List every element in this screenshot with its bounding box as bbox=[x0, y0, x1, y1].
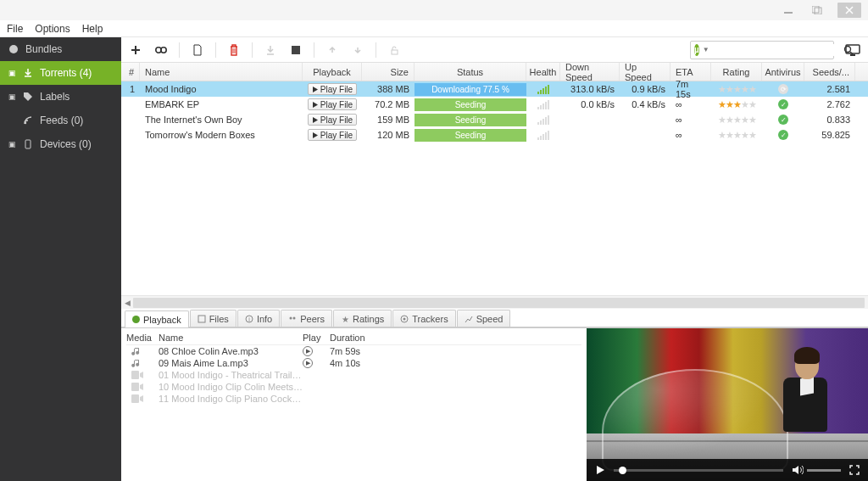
torrent-row[interactable]: The Internet's Own BoyPlay File159 MBSee… bbox=[121, 112, 868, 127]
col-file-play[interactable]: Play bbox=[303, 333, 330, 343]
tab-playback[interactable]: Playback bbox=[125, 310, 189, 327]
play-file-button[interactable]: Play File bbox=[308, 83, 357, 95]
col-health[interactable]: Health bbox=[526, 63, 560, 81]
tab-trackers[interactable]: Trackers bbox=[392, 310, 455, 327]
tab-speed[interactable]: Speed bbox=[457, 310, 511, 327]
file-play-button[interactable]: ▶ bbox=[303, 346, 313, 356]
cell-eta: ∞ bbox=[670, 127, 711, 143]
torrent-row[interactable]: Tomorrow's Modern BoxesPlay File120 MBSe… bbox=[121, 127, 868, 143]
cell-size: 120 MB bbox=[362, 127, 415, 143]
file-row[interactable]: 11 Mood Indigo Clip Piano Cocktails.... bbox=[126, 393, 581, 405]
col-media[interactable]: Media bbox=[126, 333, 159, 343]
move-down-button[interactable] bbox=[350, 42, 365, 58]
tab-files[interactable]: Files bbox=[190, 310, 236, 327]
menu-file[interactable]: File bbox=[7, 23, 23, 35]
col-file-name[interactable]: Name bbox=[159, 333, 303, 343]
svg-rect-16 bbox=[198, 316, 205, 322]
menu-help[interactable]: Help bbox=[82, 23, 103, 35]
cell-down bbox=[560, 112, 620, 127]
col-playback[interactable]: Playback bbox=[303, 63, 362, 81]
device-icon bbox=[23, 139, 33, 149]
col-up[interactable]: Up Speed bbox=[620, 63, 670, 81]
sidebar-item-label: Labels bbox=[40, 91, 70, 103]
cell-playback: Play File bbox=[303, 97, 362, 112]
cell-up: 0.9 kB/s bbox=[620, 81, 670, 97]
col-num[interactable]: # bbox=[121, 63, 140, 81]
unlock-button[interactable] bbox=[387, 42, 402, 58]
search-input[interactable] bbox=[713, 44, 840, 56]
rss-icon bbox=[23, 115, 33, 126]
svg-rect-10 bbox=[292, 46, 300, 54]
stop-button[interactable] bbox=[288, 42, 303, 58]
video-progress-bar[interactable] bbox=[614, 469, 783, 472]
add-url-button[interactable] bbox=[153, 42, 169, 58]
search-box[interactable]: µ ▼ bbox=[690, 41, 834, 59]
files-icon bbox=[198, 315, 206, 323]
video-volume[interactable] bbox=[792, 465, 841, 475]
tab-info[interactable]: iInfo bbox=[237, 310, 280, 327]
remote-button[interactable] bbox=[844, 42, 861, 59]
create-torrent-button[interactable] bbox=[190, 42, 205, 58]
tab-ratings[interactable]: ★Ratings bbox=[333, 310, 392, 327]
cell-name: EMBARK EP bbox=[140, 97, 303, 112]
move-up-button[interactable] bbox=[325, 42, 340, 58]
torrent-row[interactable]: EMBARK EPPlay File70.2 MBSeeding0.0 kB/s… bbox=[121, 97, 868, 112]
scroll-left-icon[interactable]: ◀ bbox=[121, 299, 133, 307]
cell-status: Seeding bbox=[415, 127, 526, 143]
window-minimize-button[interactable] bbox=[780, 3, 797, 17]
play-file-button[interactable]: Play File bbox=[308, 114, 357, 126]
svg-rect-0 bbox=[784, 12, 793, 14]
sidebar: Bundles ▣ Torrents (4) ▣ Labels Feeds (0… bbox=[0, 37, 121, 481]
col-down[interactable]: Down Speed bbox=[560, 63, 620, 81]
play-file-button[interactable]: Play File bbox=[308, 129, 357, 141]
sidebar-item-bundles[interactable]: Bundles bbox=[0, 37, 121, 61]
col-seeds[interactable]: Seeds/... bbox=[804, 63, 855, 81]
scroll-track[interactable] bbox=[133, 298, 865, 308]
sidebar-item-labels[interactable]: ▣ Labels bbox=[0, 85, 121, 109]
remove-button[interactable] bbox=[226, 42, 242, 58]
sidebar-item-feeds[interactable]: Feeds (0) bbox=[0, 109, 121, 132]
video-frame[interactable] bbox=[587, 328, 868, 481]
start-button[interactable] bbox=[263, 42, 278, 58]
bundles-icon bbox=[8, 44, 19, 54]
window-maximize-button[interactable] bbox=[809, 3, 826, 17]
cell-health bbox=[526, 97, 560, 112]
file-row[interactable]: 09 Mais Aime La.mp3▶4m 10s bbox=[126, 357, 581, 369]
video-play-button[interactable] bbox=[595, 465, 605, 475]
file-row[interactable]: 08 Chloe Colin Ave.mp3▶7m 59s bbox=[126, 345, 581, 357]
col-rating[interactable]: Rating bbox=[711, 63, 762, 81]
menu-options[interactable]: Options bbox=[35, 23, 70, 35]
window-titlebar bbox=[0, 0, 868, 20]
file-play-button[interactable]: ▶ bbox=[303, 358, 313, 368]
detail-pane: Media Name Play Duration 08 Chloe Colin … bbox=[121, 327, 868, 481]
col-eta[interactable]: ETA bbox=[670, 63, 711, 81]
torrent-row[interactable]: 1Mood IndigoPlay File388 MBDownloading 7… bbox=[121, 81, 868, 97]
video-fullscreen-button[interactable] bbox=[849, 465, 860, 475]
cell-rating: ★★★★★ bbox=[711, 97, 762, 112]
tab-peers[interactable]: Peers bbox=[281, 310, 332, 327]
window-close-button[interactable] bbox=[837, 3, 861, 18]
col-name[interactable]: Name bbox=[140, 63, 303, 81]
cell-seeds: 0.833 bbox=[804, 112, 855, 127]
sidebar-item-torrents[interactable]: ▣ Torrents (4) bbox=[0, 61, 121, 85]
add-torrent-button[interactable] bbox=[128, 42, 143, 58]
cell-antivirus: ✓ bbox=[762, 97, 804, 112]
file-row[interactable]: 10 Mood Indigo Clip Colin Meets Chl... bbox=[126, 381, 581, 393]
col-duration[interactable]: Duration bbox=[330, 333, 398, 343]
play-file-button[interactable]: Play File bbox=[308, 98, 357, 110]
svg-rect-25 bbox=[131, 383, 139, 391]
sidebar-item-devices[interactable]: ▣ Devices (0) bbox=[0, 132, 121, 156]
svg-rect-11 bbox=[392, 50, 398, 54]
col-status[interactable]: Status bbox=[415, 63, 526, 81]
download-icon bbox=[23, 68, 33, 78]
detail-tabs: Playback Files iInfo Peers ★Ratings Trac… bbox=[121, 309, 868, 327]
tag-icon bbox=[23, 92, 33, 102]
file-row[interactable]: 01 Mood Indigo - Theatrical Trailer.m... bbox=[126, 369, 581, 381]
cell-size: 388 MB bbox=[362, 81, 415, 97]
chevron-down-icon[interactable]: ▼ bbox=[703, 46, 709, 53]
menubar: File Options Help bbox=[0, 20, 868, 37]
col-size[interactable]: Size bbox=[362, 63, 415, 81]
playback-files-list: Media Name Play Duration 08 Chloe Colin … bbox=[121, 328, 587, 481]
col-antivirus[interactable]: Antivirus bbox=[762, 63, 804, 81]
horizontal-scrollbar[interactable]: ◀ bbox=[121, 295, 868, 309]
